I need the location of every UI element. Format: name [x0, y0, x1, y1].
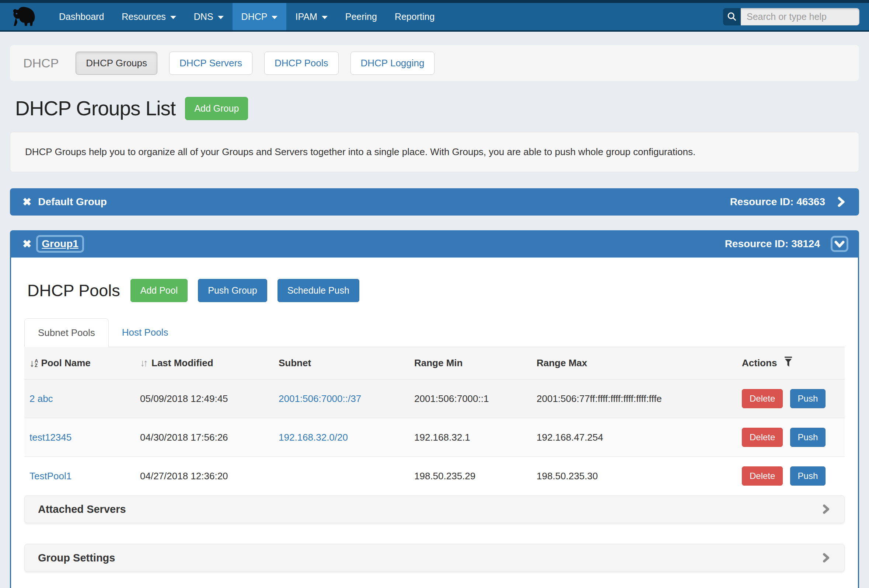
column-header-range-max[interactable]: Range Max [531, 347, 737, 379]
description-text: DHCP Groups help you to organize all of … [25, 146, 695, 157]
range-max-value: 192.168.47.254 [537, 432, 603, 443]
subnav-dhcp-logging-button[interactable]: DHCP Logging [350, 52, 435, 75]
main-navbar: Dashboard Resources DNS DHCP IPAM Peerin… [0, 3, 869, 32]
table-header-row: ↓AZ Pool Name ↓↑ Last Modified Subnet Ra… [24, 347, 845, 379]
group-bar-default-group[interactable]: ✖ Default Group Resource ID: 46363 [10, 188, 859, 216]
attached-servers-section[interactable]: Attached Servers [24, 495, 845, 523]
nav-menu: Dashboard Resources DNS DHCP IPAM Peerin… [50, 3, 443, 30]
table-row: test12345 04/30/2018 17:56:26 192.168.32… [24, 418, 845, 457]
table-row: TestPool1 04/27/2018 12:36:20 198.50.235… [24, 457, 845, 496]
nav-item-dhcp[interactable]: DHCP [233, 3, 287, 30]
nav-item-dns[interactable]: DNS [185, 3, 233, 30]
expand-chevron-right-icon[interactable] [835, 196, 847, 207]
nav-item-reporting[interactable]: Reporting [386, 3, 443, 30]
range-min-value: 192.168.32.1 [414, 432, 470, 443]
nav-label: Resources [122, 12, 166, 22]
column-label: Range Max [537, 357, 587, 369]
push-pool-button[interactable]: Push [790, 428, 826, 447]
nav-item-peering[interactable]: Peering [337, 3, 386, 30]
subnet-link[interactable]: 192.168.32.0/20 [279, 432, 348, 443]
nav-item-resources[interactable]: Resources [113, 3, 185, 30]
add-pool-button[interactable]: Add Pool [130, 279, 188, 302]
delete-group-icon[interactable]: ✖ [22, 196, 31, 208]
search-input[interactable] [741, 8, 859, 25]
chevron-right-icon [821, 552, 831, 563]
schedule-push-button[interactable]: Schedule Push [277, 279, 359, 302]
column-header-range-min[interactable]: Range Min [409, 347, 531, 379]
subnav-dhcp-pools-button[interactable]: DHCP Pools [264, 52, 338, 75]
resource-id-label: Resource ID: 38124 [725, 238, 820, 250]
pool-name-link[interactable]: test12345 [30, 432, 71, 443]
nav-item-dashboard[interactable]: Dashboard [50, 3, 113, 30]
nav-label: IPAM [295, 12, 317, 22]
delete-pool-button[interactable]: Delete [742, 467, 783, 486]
section-title: Group Settings [38, 552, 115, 564]
group-settings-section[interactable]: Group Settings [24, 544, 845, 572]
subnav-dhcp-servers-button[interactable]: DHCP Servers [169, 52, 252, 75]
column-label: Subnet [279, 357, 311, 369]
column-label: Last Modified [151, 357, 214, 369]
push-group-button[interactable]: Push Group [198, 279, 267, 302]
add-group-button[interactable]: Add Group [185, 97, 248, 120]
column-label: Actions [742, 357, 777, 369]
subnet-link[interactable]: 2001:506:7000::/37 [279, 393, 361, 404]
delete-pool-button[interactable]: Delete [742, 389, 783, 408]
tab-host-pools[interactable]: Host Pools [109, 318, 182, 347]
nav-label: Dashboard [59, 12, 104, 22]
column-label: Range Min [414, 357, 463, 369]
column-header-subnet[interactable]: Subnet [273, 347, 409, 379]
group-name-link[interactable]: Default Group [38, 196, 107, 208]
navbar-search [723, 3, 859, 30]
top-trim-strip [0, 0, 869, 3]
dhcp-pools-header: DHCP Pools Add Pool Push Group Schedule … [27, 279, 847, 302]
nav-label: DNS [194, 12, 214, 22]
group-bar-group1[interactable]: ✖ Group1 Resource ID: 38124 [10, 230, 859, 258]
chevron-down-icon [170, 16, 176, 19]
section-label: DHCP [23, 56, 59, 70]
dhcp-pools-title: DHCP Pools [27, 281, 120, 300]
range-max-value: 2001:506:77ff:ffff:ffff:ffff:ffff:fffe [537, 393, 662, 404]
table-row: 2 abc 05/09/2018 12:49:45 2001:506:7000:… [24, 379, 845, 418]
column-header-last-modified[interactable]: ↓↑ Last Modified [135, 347, 273, 379]
chevron-down-icon [218, 16, 224, 19]
search-icon [727, 12, 737, 22]
delete-group-icon[interactable]: ✖ [22, 238, 31, 250]
group-name-link[interactable]: Group1 [38, 237, 82, 251]
group1-detail-panel: DHCP Pools Add Pool Push Group Schedule … [10, 258, 859, 588]
nav-label: DHCP [242, 12, 268, 22]
range-max-value: 198.50.235.30 [537, 471, 598, 481]
column-header-actions[interactable]: Actions [737, 347, 845, 379]
brand-logo[interactable] [11, 3, 38, 30]
last-modified-value: 04/30/2018 17:56:26 [140, 432, 228, 443]
last-modified-value: 05/09/2018 12:49:45 [140, 393, 228, 404]
chevron-down-icon [322, 16, 328, 19]
column-label: Pool Name [41, 357, 90, 369]
range-min-value: 198.50.235.29 [414, 471, 475, 481]
nav-label: Reporting [395, 12, 434, 22]
sort-alpha-desc-icon: ↓AZ [30, 357, 38, 369]
push-pool-button[interactable]: Push [790, 389, 826, 408]
nav-item-ipam[interactable]: IPAM [286, 3, 336, 30]
subnet-pools-table: ↓AZ Pool Name ↓↑ Last Modified Subnet Ra… [24, 347, 845, 495]
pool-name-link[interactable]: TestPool1 [30, 471, 71, 481]
dhcp-subnav-panel: DHCP DHCP Groups DHCP Servers DHCP Pools… [10, 45, 859, 81]
delete-pool-button[interactable]: Delete [742, 428, 783, 447]
tab-subnet-pools[interactable]: Subnet Pools [24, 318, 109, 347]
search-button[interactable] [723, 8, 741, 25]
filter-funnel-icon[interactable] [780, 356, 793, 370]
collapse-chevron-down-icon[interactable] [832, 238, 847, 250]
subnav-dhcp-groups-button[interactable]: DHCP Groups [76, 52, 157, 75]
column-header-pool-name[interactable]: ↓AZ Pool Name [24, 347, 135, 379]
sort-updown-icon: ↓↑ [140, 357, 146, 369]
page-title: DHCP Groups List [15, 96, 175, 120]
chevron-right-icon [821, 504, 831, 514]
range-min-value: 2001:506:7000::1 [414, 393, 489, 404]
last-modified-value: 04/27/2018 12:36:20 [140, 471, 228, 481]
chevron-down-icon [271, 16, 277, 19]
pools-tabs: Subnet Pools Host Pools [24, 318, 845, 347]
panda-logo-icon [11, 5, 38, 28]
pool-name-link[interactable]: 2 abc [30, 393, 53, 404]
resource-id-label: Resource ID: 46363 [730, 196, 825, 208]
push-pool-button[interactable]: Push [790, 467, 826, 486]
page-header: DHCP Groups List Add Group [15, 96, 859, 120]
